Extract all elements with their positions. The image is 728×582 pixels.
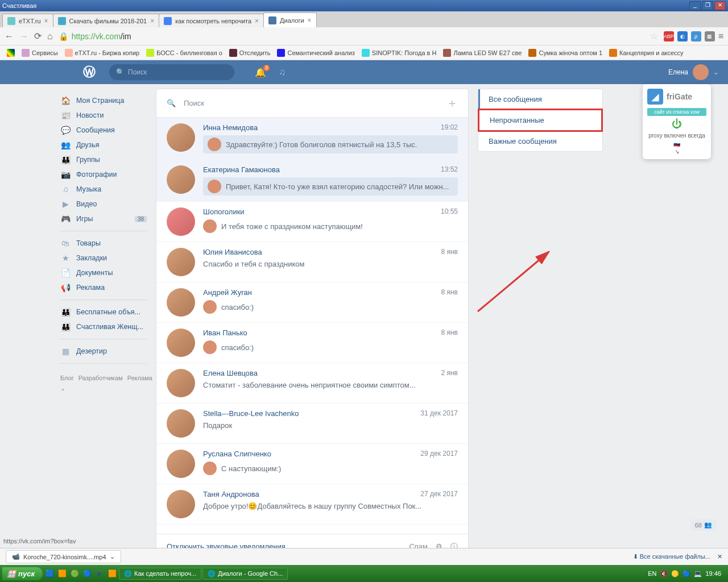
forward-button[interactable]: →	[19, 31, 28, 41]
footer-link[interactable]: Блог	[60, 375, 74, 381]
nav-item[interactable]: ▶Видео	[57, 197, 150, 211]
maximize-button[interactable]: ❐	[702, 1, 713, 10]
avatar	[167, 123, 195, 152]
dialog-item[interactable]: Иван Панько8 янвспасибо:)	[156, 323, 468, 363]
favicon	[164, 17, 172, 25]
star-icon[interactable]: ☆	[650, 31, 658, 41]
dialogs-search[interactable]: 🔍 Поиск ＋	[156, 89, 468, 118]
bookmark-item[interactable]: Сервисы	[19, 48, 60, 58]
frigate-ext-icon[interactable]: ▦	[705, 31, 715, 41]
music-icon[interactable]: ♫	[279, 67, 286, 77]
nav-icon: ★	[60, 253, 71, 263]
dialog-item[interactable]: Stella---Bruce-Lee Ivachenko31 дек 2017П…	[156, 404, 468, 444]
dialog-item[interactable]: Андрей Жуган8 янвспасибо:)	[156, 282, 468, 323]
close-icon[interactable]: ×	[308, 16, 312, 24]
favicon	[362, 49, 370, 57]
nav-icon: ▶	[60, 199, 71, 209]
nav-icon: 📢	[60, 283, 71, 292]
avatar	[203, 340, 217, 354]
dialog-time: 8 янв	[441, 288, 458, 297]
nav-item[interactable]: 👥Друзья	[57, 138, 150, 152]
ext3-icon[interactable]: ρ	[691, 31, 701, 41]
nav-item[interactable]: 🏠Моя Страница	[57, 93, 150, 108]
minimize-button[interactable]: _	[689, 1, 701, 10]
dialog-item[interactable]: Шопоголики10:55И тебя тоже с праздником …	[156, 202, 468, 242]
nav-item[interactable]: 💬Сообщения	[57, 123, 150, 138]
bookmark-item[interactable]: Семантический анализ	[275, 48, 357, 58]
frigate-widget[interactable]: ◢friGate сайт из списка vow ⏻ proxy вклю…	[643, 84, 711, 159]
favicon	[7, 17, 15, 25]
favicon	[65, 49, 73, 57]
menu-icon[interactable]: ≡	[718, 31, 723, 41]
dialog-name: Екатерина Гамаюнова	[203, 165, 280, 174]
browser-tab[interactable]: eTXT.ru×	[2, 14, 53, 27]
dialog-item[interactable]: Руслана Слипченко29 дек 2017С наступающи…	[156, 444, 468, 484]
count-badge: 38	[135, 216, 147, 222]
bookmark-item[interactable]: Канцелярия и аксессу	[607, 48, 686, 58]
bookmark-item[interactable]: eTXT.ru - Биржа копир	[63, 48, 142, 58]
notifications-icon[interactable]: 🔔3	[255, 67, 266, 78]
dialog-name: Таня Андронова	[203, 490, 259, 498]
nav-item[interactable]: ♫Музыка	[57, 182, 150, 197]
avatar	[167, 450, 195, 478]
dialog-time: 31 дек 2017	[420, 409, 458, 418]
user-menu[interactable]: Елена ⌄	[668, 64, 719, 80]
filter-item[interactable]: Все сообщения	[478, 89, 602, 109]
dialog-item[interactable]: Таня Андронова27 дек 2017Доброе утро!😊До…	[156, 484, 468, 525]
nav-item[interactable]: 🛍Товары	[57, 236, 150, 251]
bookmark-item[interactable]: БОСС - биллинговая о	[144, 48, 225, 58]
close-icon[interactable]: ×	[150, 17, 154, 25]
close-icon[interactable]: ×	[255, 17, 259, 25]
nav-item[interactable]: 📢Реклама	[57, 280, 150, 295]
vk-logo[interactable]: Ⓦ	[83, 64, 96, 81]
nav-item[interactable]: ★Закладки	[57, 251, 150, 265]
dialog-name: Руслана Слипченко	[203, 450, 271, 458]
dialog-time: 27 дек 2017	[420, 490, 458, 498]
bookmark-item[interactable]: Лампа LED 5W E27 све	[441, 48, 524, 58]
dialog-time: 29 дек 2017	[420, 450, 458, 458]
nav-item[interactable]: 👪Бесплатные объя...	[57, 305, 150, 319]
dialog-item[interactable]: Инна Немидова19:02Здравствуйте:) Готов б…	[156, 118, 468, 160]
nav-item[interactable]: 📄Документы	[57, 265, 150, 280]
back-button[interactable]: ←	[5, 31, 14, 41]
search-icon: 🔍	[167, 99, 176, 107]
feedback-button[interactable]: 68 👥	[690, 519, 717, 531]
close-button[interactable]: ✕	[714, 1, 726, 10]
close-icon[interactable]: ×	[44, 17, 48, 25]
nav-item[interactable]: 🎮Игры38	[57, 211, 150, 226]
apps-button[interactable]	[5, 48, 17, 58]
dialog-item[interactable]: Екатерина Гамаюнова13:52Привет, Катя! Кт…	[156, 160, 468, 202]
footer-link[interactable]: Реклама	[127, 375, 152, 381]
nav-item[interactable]: 👪Группы	[57, 152, 150, 167]
new-dialog-button[interactable]: ＋	[446, 95, 458, 111]
nav-item[interactable]: 👪Счастливая Женщ...	[57, 319, 150, 334]
close-icon[interactable]: ✕	[717, 553, 722, 559]
nav-icon: 👪	[60, 322, 71, 331]
footer-link[interactable]: Разработчикам	[78, 375, 123, 381]
nav-item[interactable]: 📰Новости	[57, 108, 150, 123]
bookmark-item[interactable]: Сумка жіноча оптом 1	[526, 48, 605, 58]
nav-item[interactable]: ▦Дезертир	[57, 344, 150, 359]
bookmark-item[interactable]: SINOPTIK: Погода в Н	[359, 48, 439, 58]
ext2-icon[interactable]: ◐	[677, 31, 688, 41]
favicon	[277, 49, 285, 57]
filter-item[interactable]: Важные сообщения	[478, 131, 602, 151]
reload-button[interactable]: ⟳	[34, 31, 42, 41]
abp-icon[interactable]: ABP	[664, 31, 674, 41]
dialog-item[interactable]: Елена Шевцова2 янвСтоматит - заболевание…	[156, 363, 468, 404]
download-link[interactable]: ⬇ Все скачанные файлы...	[633, 553, 710, 559]
dialog-item[interactable]: Юлия Иванисова8 янвСпасибо и тебя с праз…	[156, 242, 468, 282]
download-item[interactable]: 📹 Koroche_720-kinosimk....mp4 ⌄	[6, 550, 121, 559]
bookmark-item[interactable]: Отследить	[227, 48, 273, 58]
filter-item[interactable]: Непрочитанные	[478, 109, 603, 132]
home-button[interactable]: ⌂	[47, 31, 53, 41]
avatar	[167, 165, 195, 194]
nav-item[interactable]: 📷Фотографии	[57, 167, 150, 182]
url-input[interactable]: 🔒 https://vk.com/im	[59, 32, 644, 41]
nav-icon: 📷	[60, 170, 71, 179]
nav-icon: 💬	[60, 126, 71, 135]
browser-tab[interactable]: как посмотреть непрочита×	[159, 14, 264, 27]
header-search[interactable]: 🔍 Поиск	[109, 64, 234, 80]
browser-tab[interactable]: Скачать фильмы 2018-201×	[53, 14, 160, 27]
browser-tab[interactable]: Диалоги×	[263, 13, 317, 27]
